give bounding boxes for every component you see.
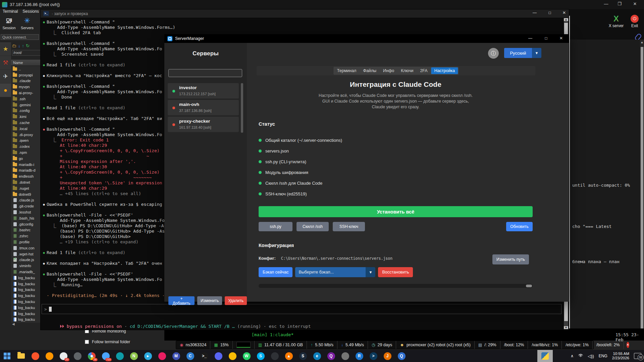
favorites-star-icon[interactable]: ★ (0, 42, 11, 56)
file-row[interactable]: mariadb-i (11, 162, 40, 168)
taskbar-icon-18[interactable]: W (239, 350, 254, 362)
file-row[interactable]: log_backu (11, 305, 40, 311)
file-row[interactable]: .profile (11, 239, 40, 245)
file-row[interactable]: .npm (11, 149, 40, 156)
server-list-item[interactable]: investor173.212.212.157 [ssh] (168, 83, 239, 99)
tab-ключи[interactable]: Ключи (398, 67, 416, 74)
taskbar-icon-9[interactable] (113, 350, 127, 362)
taskbar-icon-5[interactable]: 20 (56, 350, 70, 362)
taskbar-icon-2[interactable] (14, 350, 28, 362)
info-button[interactable]: ⓘ (488, 48, 499, 59)
menu-sessions[interactable]: Sessions (22, 9, 39, 16)
taskbar-icon-29[interactable]: Q (394, 350, 409, 362)
file-row[interactable]: log_backu (11, 293, 40, 299)
taskbar-icon-21[interactable]: ▲ (282, 350, 296, 362)
taskbar-icon-11[interactable]: ▸ (141, 350, 155, 362)
taskbar-icon-15[interactable]: >_ (197, 350, 211, 362)
refresh-button[interactable]: Обновить (506, 222, 533, 231)
taskbar-icon-25[interactable] (338, 350, 352, 362)
file-row[interactable]: log_backu (11, 311, 40, 317)
file-row[interactable]: .. (11, 66, 40, 72)
language-indicator[interactable]: ENG (599, 354, 607, 358)
horizontal-scrollbar-thumb[interactable] (526, 285, 532, 287)
file-row[interactable]: .gitconfig (11, 221, 40, 227)
maximize-button[interactable]: ❐ (614, 1, 625, 6)
tab-инфо[interactable]: Инфо (380, 67, 397, 74)
refresh-icon[interactable]: ↻ (26, 43, 30, 48)
minimize-button[interactable]: — (601, 1, 611, 6)
add-server-button[interactable]: + Добавить (168, 296, 195, 305)
taskbar-icon-28[interactable]: J (380, 350, 394, 362)
file-row[interactable]: .kimi (11, 114, 40, 120)
scroll-left-icon[interactable]: ◀ (12, 322, 15, 326)
backup-select[interactable]: Выберите бэкап... ▼ (295, 267, 375, 277)
taskbar-icon-1[interactable] (0, 350, 14, 362)
tab-2fa[interactable]: 2FA (417, 67, 430, 74)
taskbar-icon-22[interactable]: S (296, 350, 310, 362)
horizontal-scrollbar[interactable] (259, 284, 533, 288)
file-row[interactable]: .tmux.con (11, 245, 40, 251)
edit-server-button[interactable]: Изменить (197, 296, 222, 305)
file-row[interactable]: .claude (11, 78, 40, 84)
terminal-tab-title[interactable]: · запуск и проверка (52, 11, 88, 16)
terminal-maximize-button[interactable]: □ (545, 10, 554, 15)
file-row[interactable]: .wget-hst (11, 251, 40, 257)
server-search-input[interactable] (168, 69, 242, 77)
terminal-minimize-button[interactable]: — (530, 10, 539, 15)
taskbar-icon-14[interactable]: C (183, 350, 197, 362)
terminal-input[interactable]: > (42, 304, 561, 314)
folder-up-icon[interactable]: 🗀 (12, 43, 16, 48)
taskbar-icon-3[interactable] (28, 350, 42, 362)
taskbar-icon-20[interactable] (268, 350, 282, 362)
sshpy-button[interactable]: ssh.py (259, 222, 292, 231)
taskbar-icon-19[interactable]: S (254, 350, 268, 362)
taskbar-icon-4[interactable] (42, 350, 56, 362)
file-row[interactable]: .bash_his (11, 215, 40, 221)
file-row[interactable]: log_backu (11, 281, 40, 287)
file-row[interactable]: .cache (11, 120, 40, 126)
monitor-close-button[interactable]: ✕ (627, 342, 629, 348)
file-row[interactable]: .bashrc (11, 227, 40, 233)
file-row[interactable]: .di-proxy (11, 132, 40, 138)
file-row[interactable]: ai-proxy- (11, 90, 40, 96)
file-row[interactable]: .claude.js (11, 257, 40, 263)
restore-button[interactable]: Восстановить (378, 267, 413, 277)
taskbar-icon-26[interactable]: R (352, 350, 366, 362)
quick-connect-input[interactable]: Quick connect. (1, 34, 39, 40)
tools-knife-icon[interactable]: ⚒ (0, 56, 11, 70)
server-list-item[interactable]: main-ovh37.187.136.86 [ssh] (168, 100, 239, 115)
sm-minimize-button[interactable]: — (526, 36, 535, 41)
wifi-icon[interactable] (578, 354, 583, 358)
path-input[interactable]: /root/ (12, 50, 41, 56)
file-row[interactable]: log_backu (11, 275, 40, 281)
taskbar-icon-8[interactable]: 715 (99, 350, 113, 362)
server-list-item[interactable]: proxy-checker161.97.118.40 [ssh] (168, 117, 239, 132)
taskbar-active-app[interactable] (537, 350, 553, 362)
tab-настройка[interactable]: Настройка (431, 67, 458, 74)
file-row[interactable]: .ssh (11, 96, 40, 102)
tray-clock[interactable]: 10:55 AM 2/23/2026 (612, 352, 629, 360)
taskbar-icon-16[interactable] (211, 350, 225, 362)
session-button[interactable]: 🖳 Session (0, 16, 18, 33)
skill-ssh-button[interactable]: Скилл /ssh (297, 222, 329, 231)
files-column-header[interactable]: Name (11, 60, 40, 66)
file-row[interactable]: .zshrc (11, 233, 40, 239)
file-row[interactable]: go (11, 156, 40, 162)
file-row[interactable]: proxyapi (11, 72, 40, 78)
install-all-button[interactable]: Установить всё (259, 206, 533, 217)
speaker-icon[interactable]: ◁)) (588, 354, 594, 359)
taskbar-icon-10[interactable]: N (127, 350, 141, 362)
taskbar-icon-13[interactable]: M (169, 350, 183, 362)
delete-server-button[interactable]: Удалить (225, 296, 247, 305)
taskbar-icon-17[interactable] (225, 350, 239, 362)
file-row[interactable]: .config (11, 108, 40, 114)
tab-файлы[interactable]: Файлы (360, 67, 379, 74)
scroll-up-icon[interactable]: ▲ (640, 41, 644, 44)
x-server-button[interactable]: X X server (606, 14, 626, 28)
file-row[interactable]: .nuget (11, 185, 40, 191)
tab-терминал[interactable]: Терминал (334, 67, 360, 74)
follow-folder-checkbox[interactable] (85, 340, 89, 344)
change-path-button[interactable]: Изменить путь (492, 254, 529, 264)
file-row[interactable]: .viminfo (11, 263, 40, 269)
file-row[interactable]: .claude.js (11, 197, 40, 203)
